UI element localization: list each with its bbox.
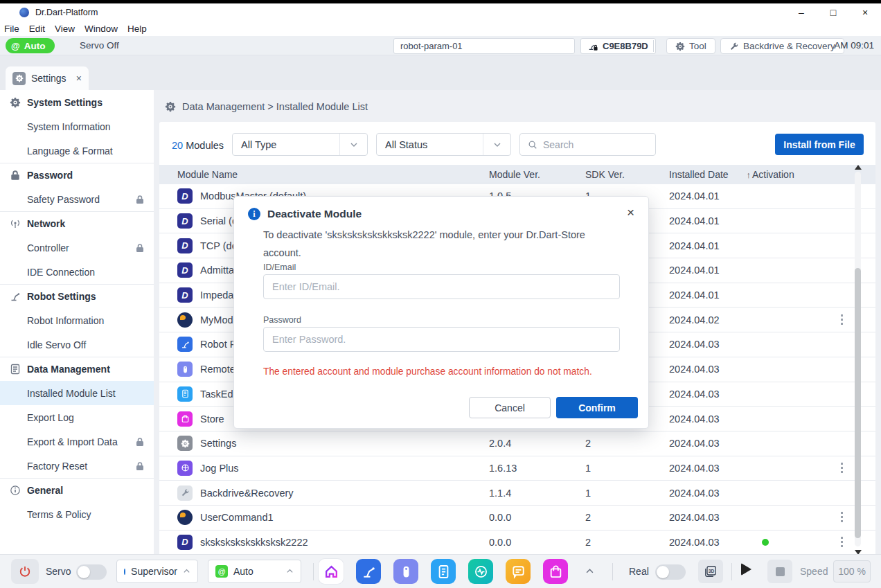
- table-row[interactable]: Jog Plus1.6.1312024.04.03: [159, 456, 875, 481]
- sidebar-section-system-settings[interactable]: System Settings: [0, 90, 154, 114]
- module-version: 0.0.0: [489, 512, 585, 523]
- sidebar-item-export-log[interactable]: Export Log: [0, 405, 154, 429]
- col-sdk-ver: SDK Ver.: [585, 169, 669, 180]
- sidebar-item-system-information[interactable]: System Information: [0, 114, 154, 139]
- installed-date: 2024.04.03: [669, 364, 752, 375]
- stop-button[interactable]: [767, 560, 792, 583]
- tab-settings[interactable]: Settings ×: [6, 66, 89, 90]
- sidebar-item-label: Installed Module List: [27, 388, 116, 399]
- menu-bar: File Edit View Window Help: [0, 21, 881, 36]
- auto-mode-mini-icon: @: [215, 565, 228, 578]
- sidebar-item-ide-connection[interactable]: IDE Connection: [0, 260, 154, 284]
- speed-value-box[interactable]: 100 %: [833, 560, 871, 582]
- auto-mode-badge[interactable]: @ Auto: [6, 38, 55, 53]
- servo-toggle[interactable]: [76, 564, 107, 580]
- home-icon[interactable]: [319, 559, 344, 584]
- antenna-icon: [10, 218, 21, 229]
- sidebar-section-label: Data Management: [27, 364, 110, 375]
- dock-collapse-chevron-icon[interactable]: [585, 566, 594, 578]
- installed-date: 2024.04.03: [669, 463, 752, 474]
- sidebar-item-idle-servo-off[interactable]: Idle Servo Off: [0, 332, 154, 357]
- sdk-version: 1: [585, 463, 669, 474]
- table-row[interactable]: UserCommand10.0.022024.04.03: [159, 506, 875, 531]
- 3d-view-button[interactable]: 3D: [698, 560, 723, 583]
- lock-icon: [136, 437, 144, 447]
- table-row[interactable]: Backdrive&Recovery1.1.412024.04.03: [159, 481, 875, 506]
- sidebar-section-data-management[interactable]: Data Management: [0, 357, 154, 381]
- sidebar-section-label: Robot Settings: [27, 291, 96, 302]
- menu-edit[interactable]: Edit: [29, 24, 45, 34]
- robot-id-badge[interactable]: C9E8B79D: [580, 38, 656, 54]
- menu-help[interactable]: Help: [127, 24, 147, 34]
- module-d-icon: D: [177, 535, 193, 550]
- menu-view[interactable]: View: [55, 24, 75, 34]
- sdk-version: 2: [585, 537, 669, 548]
- col-installed-date[interactable]: Installed Date↑: [669, 169, 752, 180]
- sidebar-item-terms-policy[interactable]: Terms & Policy: [0, 502, 154, 526]
- id-email-field[interactable]: [263, 274, 620, 299]
- table-row[interactable]: Dskskskskskskksksk22220.0.022024.04.03: [159, 531, 875, 555]
- minimize-button[interactable]: –: [785, 7, 817, 18]
- titlebar: Dr.Dart-Platform – □ ×: [0, 3, 881, 21]
- chevron-down-icon: [339, 134, 367, 155]
- sidebar-item-safety-password[interactable]: Safety Password: [0, 187, 154, 211]
- remote-control-icon[interactable]: [393, 559, 418, 584]
- search-box[interactable]: [519, 133, 656, 156]
- message-icon[interactable]: [506, 559, 531, 584]
- module-name: Store: [200, 413, 224, 425]
- row-menu-cell: [821, 512, 875, 523]
- robot-param-input[interactable]: [393, 38, 575, 54]
- robot-icon[interactable]: [356, 559, 381, 584]
- power-button[interactable]: [11, 559, 39, 584]
- module-count-label: Modules: [183, 140, 224, 151]
- error-message: The entered account and module purchase …: [263, 366, 629, 378]
- servo-label: Servo: [46, 566, 71, 577]
- sidebar-section-general[interactable]: General: [0, 478, 154, 502]
- role-dropdown[interactable]: Supervisor: [116, 560, 198, 583]
- breadcrumb-text: Data Management > Installed Module List: [182, 101, 368, 112]
- window-title: Dr.Dart-Platform: [35, 8, 98, 17]
- play-button[interactable]: [741, 563, 751, 576]
- module-name: UserCommand1: [200, 512, 274, 523]
- sidebar-item-language-format[interactable]: Language & Format: [0, 139, 154, 163]
- monitoring-icon[interactable]: [468, 559, 493, 584]
- dialog-body-text: To deactivate 'skskskskskskksksk2222' mo…: [263, 226, 608, 262]
- scrollbar-thumb[interactable]: [855, 268, 861, 538]
- dialog-close-icon[interactable]: ×: [627, 205, 634, 220]
- maximize-button[interactable]: □: [817, 7, 849, 18]
- sidebar-item-export-import-data[interactable]: Export & Import Data: [0, 429, 154, 454]
- table-row[interactable]: Settings2.0.422024.04.03: [159, 431, 875, 456]
- status-filter-value: All Status: [377, 139, 427, 150]
- sidebar-item-label: Terms & Policy: [27, 509, 91, 520]
- sidebar-item-factory-reset[interactable]: Factory Reset: [0, 454, 154, 478]
- tool-button[interactable]: Tool: [666, 38, 715, 54]
- sidebar-section-network[interactable]: Network: [0, 211, 154, 235]
- close-button[interactable]: ×: [849, 7, 881, 18]
- sidebar-item-installed-module-list[interactable]: Installed Module List: [0, 381, 154, 405]
- sidebar-item-controller[interactable]: Controller: [0, 235, 154, 260]
- sidebar-section-password[interactable]: Password: [0, 163, 154, 187]
- activation-cell: [752, 539, 821, 546]
- sidebar-item-robot-information[interactable]: Robot Information: [0, 308, 154, 332]
- store-icon[interactable]: [543, 559, 568, 584]
- mode-dropdown[interactable]: @ Auto: [208, 560, 301, 583]
- sidebar-item-label: Export Log: [27, 412, 74, 423]
- table-scrollbar[interactable]: [853, 165, 862, 555]
- tab-close-icon[interactable]: ×: [76, 73, 82, 84]
- real-toggle[interactable]: [655, 564, 686, 580]
- menu-file[interactable]: File: [4, 24, 19, 34]
- installed-date: 2024.04.01: [669, 190, 752, 202]
- menu-window[interactable]: Window: [84, 24, 118, 34]
- sidebar-section-robot-settings[interactable]: Robot Settings: [0, 284, 154, 308]
- cancel-button[interactable]: Cancel: [469, 397, 551, 418]
- status-filter-dropdown[interactable]: All Status: [376, 133, 511, 156]
- password-field[interactable]: [263, 327, 620, 352]
- install-from-file-button[interactable]: Install from File: [775, 134, 864, 155]
- type-filter-dropdown[interactable]: All Type: [232, 133, 368, 156]
- scroll-up-arrow-icon[interactable]: [855, 165, 862, 170]
- sort-ascending-icon[interactable]: ↑: [747, 170, 751, 180]
- search-input[interactable]: [543, 139, 640, 150]
- confirm-button[interactable]: Confirm: [556, 397, 638, 418]
- task-editor-icon[interactable]: [431, 559, 456, 584]
- backdrive-recovery-button[interactable]: Backdrive & Recovery: [720, 38, 844, 54]
